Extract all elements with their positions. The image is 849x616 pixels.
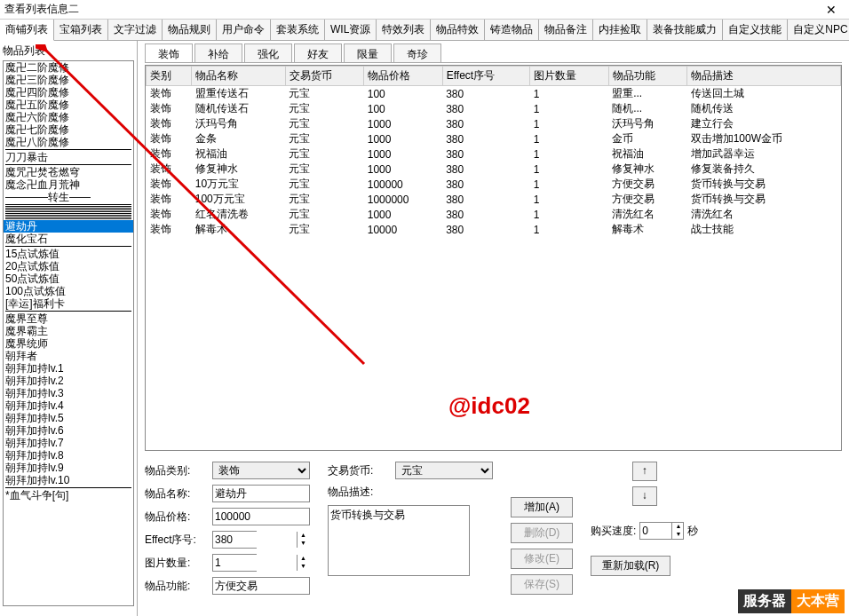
list-item[interactable]: 朝拜加持lv.10 <box>4 474 133 486</box>
sub-tab-4[interactable]: 限量 <box>344 43 392 62</box>
list-item[interactable]: 魔卍二阶魔修 <box>4 61 133 74</box>
tab-13[interactable]: 自定义技能 <box>723 20 788 40</box>
list-item[interactable]: 朝拜加持lv.1 <box>4 362 133 375</box>
spinner-down-icon[interactable]: ▼ <box>298 563 309 571</box>
spinner-up-icon[interactable]: ▲ <box>298 555 309 563</box>
list-item[interactable]: 朝拜加持lv.4 <box>4 399 133 412</box>
list-item[interactable]: *血气斗争[句] <box>4 489 133 501</box>
list-divider <box>5 215 131 216</box>
sub-tab-0[interactable]: 装饰 <box>145 43 193 62</box>
tab-2[interactable]: 文字过滤 <box>108 20 163 40</box>
list-item[interactable]: 避劫丹 <box>4 220 133 233</box>
table-row[interactable]: 装饰沃玛号角元宝10003801沃玛号角建立行会 <box>147 116 841 131</box>
tab-5[interactable]: 套装系统 <box>271 20 325 40</box>
tab-10[interactable]: 物品备注 <box>539 20 593 40</box>
list-item[interactable]: 刀刀暴击 <box>4 151 133 163</box>
list-item[interactable]: 魔念卍血月荒神 <box>4 178 133 191</box>
desc-textarea[interactable] <box>328 505 470 576</box>
list-divider <box>5 149 131 150</box>
left-panel: 物品列表 魔卍二阶魔修魔卍三阶魔修魔卍四阶魔修魔卍五阶魔修魔卍六阶魔修魔卍七阶魔… <box>0 41 138 616</box>
table-header[interactable]: 物品价格 <box>364 67 442 86</box>
table-row[interactable]: 装饰盟重传送石元宝1003801盟重...传送回土城 <box>147 86 841 102</box>
tab-11[interactable]: 内挂捡取 <box>593 20 647 40</box>
tab-3[interactable]: 物品规则 <box>163 20 217 40</box>
list-item[interactable]: 魔卍六阶魔修 <box>4 111 133 123</box>
table-row[interactable]: 装饰随机传送石元宝1003801随机...随机传送 <box>147 101 841 116</box>
item-func-input[interactable] <box>212 577 310 595</box>
effect-spinner[interactable]: ▲▼ <box>212 531 257 549</box>
table-row[interactable]: 装饰100万元宝元宝10000003801方便交易货币转换与交易 <box>147 192 841 207</box>
list-item[interactable]: 朝拜加持lv.8 <box>4 449 133 462</box>
img-count-spinner[interactable]: ▲▼ <box>212 554 257 572</box>
list-item[interactable]: [幸运]福利卡 <box>4 297 133 310</box>
list-item[interactable]: 朝拜者 <box>4 350 133 362</box>
list-item[interactable]: 魔咒卍焚苍燃穹 <box>4 166 133 178</box>
list-item[interactable]: 魔化宝石 <box>4 233 133 245</box>
table-header[interactable]: 物品名称 <box>192 67 286 86</box>
list-item[interactable]: 魔卍四阶魔修 <box>4 86 133 99</box>
speed-unit: 秒 <box>687 524 698 539</box>
tab-0[interactable]: 商铺列表 <box>0 20 54 41</box>
spinner-down-icon[interactable]: ▼ <box>672 531 684 539</box>
table-header[interactable]: 交易货币 <box>285 67 363 86</box>
table-header[interactable]: Effect序号 <box>442 67 530 86</box>
tab-14[interactable]: 自定义NPC <box>788 20 849 40</box>
list-item[interactable]: 朝拜加持lv.5 <box>4 412 133 424</box>
table-row[interactable]: 装饰祝福油元宝10003801祝福油增加武器幸运 <box>147 146 841 162</box>
spinner-up-icon[interactable]: ▲ <box>298 532 309 540</box>
list-item[interactable]: 15点试炼值 <box>4 248 133 260</box>
close-icon[interactable]: ✕ <box>818 3 845 17</box>
list-item[interactable]: 魔卍五阶魔修 <box>4 99 133 111</box>
delete-button[interactable]: 删除(D) <box>511 523 573 543</box>
list-item[interactable]: 魔界霸主 <box>4 325 133 337</box>
list-item[interactable]: 魔卍三阶魔修 <box>4 74 133 86</box>
sub-tab-3[interactable]: 好友 <box>294 43 342 62</box>
item-price-input[interactable] <box>212 508 310 525</box>
spinner-down-icon[interactable]: ▼ <box>298 540 309 548</box>
table-row[interactable]: 装饰红名清洗卷元宝10003801清洗红名清洗红名 <box>147 207 841 222</box>
list-item[interactable]: 朝拜加持lv.9 <box>4 462 133 474</box>
add-button[interactable]: 增加(A) <box>511 497 573 517</box>
list-item[interactable]: 100点试炼值 <box>4 285 133 297</box>
tab-7[interactable]: 特效列表 <box>377 20 431 40</box>
tab-8[interactable]: 物品特效 <box>431 20 485 40</box>
speed-spinner[interactable]: ▲▼ <box>639 522 684 540</box>
table-header[interactable]: 物品功能 <box>608 67 686 86</box>
table-row[interactable]: 装饰10万元宝元宝1000003801方便交易货币转换与交易 <box>147 177 841 192</box>
list-item[interactable]: ————转生—— <box>4 191 133 203</box>
list-item[interactable]: 朝拜加持lv.7 <box>4 437 133 449</box>
table-row[interactable]: 装饰修复神水元宝10003801修复神水修复装备持久 <box>147 162 841 177</box>
tab-9[interactable]: 铸造物品 <box>485 20 539 40</box>
list-item[interactable]: 朝拜加持lv.6 <box>4 424 133 437</box>
list-item[interactable]: 朝拜加持lv.3 <box>4 387 133 399</box>
list-item[interactable]: 魔界至尊 <box>4 312 133 325</box>
move-up-button[interactable]: ↑ <box>632 462 657 481</box>
currency-select[interactable]: 元宝 <box>395 462 493 479</box>
sub-tab-5[interactable]: 奇珍 <box>393 43 441 62</box>
modify-button[interactable]: 修改(E) <box>511 549 573 569</box>
tab-12[interactable]: 装备技能威力 <box>647 20 723 40</box>
list-item[interactable]: 朝拜加持lv.2 <box>4 375 133 387</box>
table-row[interactable]: 装饰金条元宝10003801金币双击增加100W金币 <box>147 131 841 146</box>
sub-tab-2[interactable]: 强化 <box>244 43 292 62</box>
spinner-up-icon[interactable]: ▲ <box>672 523 684 531</box>
table-header[interactable]: 图片数量 <box>530 67 608 86</box>
list-item[interactable]: 魔卍八阶魔修 <box>4 136 133 148</box>
reload-button[interactable]: 重新加载(R) <box>591 556 670 576</box>
list-item[interactable]: 魔卍七阶魔修 <box>4 123 133 136</box>
move-down-button[interactable]: ↓ <box>632 486 657 506</box>
list-item[interactable]: 20点试炼值 <box>4 260 133 272</box>
table-header[interactable]: 类别 <box>147 67 192 86</box>
item-name-input[interactable] <box>212 485 310 502</box>
tab-6[interactable]: WIL资源 <box>325 20 377 40</box>
table-header[interactable]: 物品描述 <box>687 67 841 86</box>
list-item[interactable]: 魔界统师 <box>4 337 133 350</box>
table-row[interactable]: 装饰解毒术元宝100003801解毒术战士技能 <box>147 222 841 237</box>
save-button[interactable]: 保存(S) <box>511 574 573 595</box>
list-item[interactable]: 50点试炼值 <box>4 272 133 285</box>
item-category-select[interactable]: 装饰 <box>212 462 310 479</box>
tab-4[interactable]: 用户命令 <box>217 20 271 40</box>
tab-1[interactable]: 宝箱列表 <box>54 20 108 40</box>
item-list[interactable]: 魔卍二阶魔修魔卍三阶魔修魔卍四阶魔修魔卍五阶魔修魔卍六阶魔修魔卍七阶魔修魔卍八阶… <box>3 60 134 606</box>
sub-tab-1[interactable]: 补给 <box>194 43 242 62</box>
